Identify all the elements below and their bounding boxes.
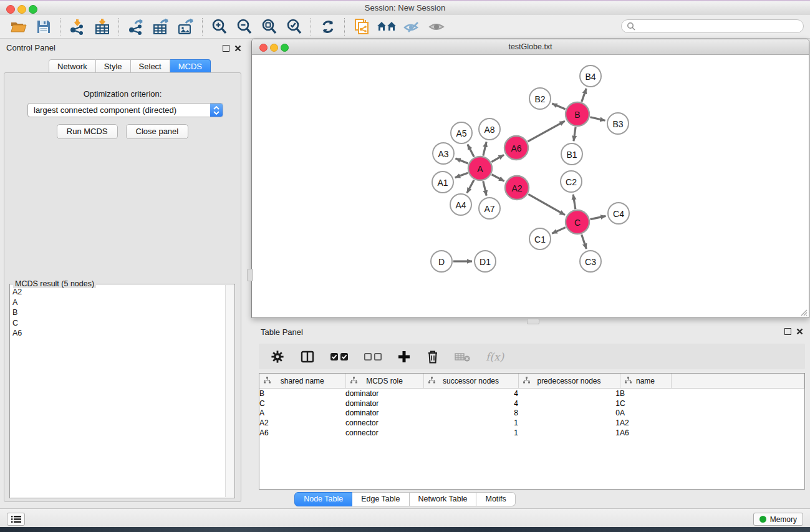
open-session-button[interactable] bbox=[6, 17, 31, 37]
graph-edge-B-B1[interactable] bbox=[574, 127, 576, 141]
float-panel-icon[interactable] bbox=[223, 45, 229, 52]
graph-edge-A-A2[interactable] bbox=[492, 175, 504, 181]
hide-selected-button[interactable] bbox=[399, 17, 424, 37]
tab-node-table[interactable]: Node Table bbox=[294, 492, 352, 506]
graph-edge-C-C3[interactable] bbox=[582, 235, 587, 249]
export-table-button[interactable] bbox=[148, 17, 173, 37]
vertical-splitter-handle[interactable] bbox=[247, 269, 253, 281]
horizontal-splitter-handle[interactable] bbox=[527, 319, 539, 324]
cell-predecessor-nodes[interactable]: 1 bbox=[518, 428, 620, 438]
memory-button[interactable]: Memory bbox=[753, 513, 803, 526]
close-panel-icon[interactable] bbox=[234, 45, 241, 52]
cell-name[interactable]: B bbox=[620, 389, 671, 399]
graph-edge-B-B3[interactable] bbox=[590, 117, 605, 121]
function-builder-button[interactable]: f(x) bbox=[486, 347, 504, 366]
criterion-dropdown[interactable]: largest connected component (directed) bbox=[27, 103, 223, 117]
add-column-button[interactable] bbox=[397, 347, 411, 366]
graph-node-B3[interactable]: B3 bbox=[607, 113, 629, 134]
graph-edge-A6-B[interactable] bbox=[528, 121, 564, 142]
column-header-predecessor-nodes[interactable]: predecessor nodes bbox=[518, 374, 620, 389]
graph-edge-A-A5[interactable] bbox=[468, 145, 474, 157]
graph-node-C4[interactable]: C4 bbox=[608, 203, 629, 224]
tab-edge-table[interactable]: Edge Table bbox=[352, 492, 409, 506]
result-item-b[interactable]: B bbox=[12, 307, 224, 318]
close-panel-button[interactable]: Close panel bbox=[126, 124, 189, 139]
cell-shared-name[interactable]: B bbox=[259, 389, 345, 399]
graph-node-A1[interactable]: A1 bbox=[432, 172, 453, 193]
graph-node-A6[interactable]: A6 bbox=[504, 136, 528, 160]
network-canvas[interactable]: AA1A2A3A4A5A6A7A8BB1B2B3B4CC1C2C3C4DD1 bbox=[253, 55, 808, 317]
graph-node-A4[interactable]: A4 bbox=[450, 194, 471, 215]
zoom-out-button[interactable] bbox=[232, 17, 257, 37]
graph-node-C1[interactable]: C1 bbox=[529, 228, 551, 249]
graph-node-C3[interactable]: C3 bbox=[580, 251, 601, 272]
run-mcds-button[interactable]: Run MCDS bbox=[57, 124, 118, 139]
cell-successor-nodes[interactable]: 4 bbox=[423, 399, 518, 409]
table-options-button[interactable] bbox=[270, 347, 285, 366]
graph-node-D1[interactable]: D1 bbox=[475, 251, 496, 272]
column-view-button[interactable] bbox=[300, 347, 315, 366]
cell-shared-name[interactable]: A6 bbox=[259, 428, 345, 438]
import-table-button[interactable] bbox=[90, 17, 115, 37]
graph-node-A8[interactable]: A8 bbox=[479, 118, 500, 140]
graph-edge-A-A6[interactable] bbox=[491, 155, 504, 162]
cell-shared-name[interactable]: C bbox=[259, 399, 345, 409]
result-item-a2[interactable]: A2 bbox=[12, 287, 224, 297]
cell-shared-name[interactable]: A2 bbox=[259, 418, 345, 428]
graph-node-B2[interactable]: B2 bbox=[529, 88, 551, 109]
save-session-button[interactable] bbox=[31, 17, 56, 37]
cell-predecessor-nodes[interactable]: 1 bbox=[518, 389, 620, 399]
cell-name[interactable]: C bbox=[620, 399, 671, 409]
task-history-button[interactable] bbox=[7, 513, 25, 526]
graph-node-B1[interactable]: B1 bbox=[561, 143, 582, 165]
cell-shared-name[interactable]: A bbox=[259, 408, 345, 418]
graph-edge-A-A4[interactable] bbox=[467, 180, 474, 193]
export-image-button[interactable] bbox=[173, 17, 198, 37]
graph-node-C[interactable]: C bbox=[566, 210, 589, 234]
graph-edge-A-A7[interactable] bbox=[483, 181, 486, 195]
network-window-titlebar[interactable]: testGlobe.txt bbox=[252, 39, 809, 55]
cell-successor-nodes[interactable]: 8 bbox=[423, 408, 518, 418]
graph-edge-B-B4[interactable] bbox=[582, 89, 586, 102]
select-all-columns-button[interactable] bbox=[330, 347, 349, 366]
graph-node-B[interactable]: B bbox=[566, 102, 589, 126]
cell-predecessor-nodes[interactable]: 0 bbox=[518, 408, 620, 418]
cell-successor-nodes[interactable]: 1 bbox=[423, 418, 518, 428]
graph-edge-C-C4[interactable] bbox=[591, 216, 606, 219]
cell-mcds-role[interactable]: connector bbox=[345, 418, 423, 428]
first-neighbors-button[interactable] bbox=[374, 17, 399, 37]
column-header-name[interactable]: name bbox=[620, 374, 671, 389]
table-row-c[interactable]: Cdominator41C bbox=[259, 399, 804, 409]
new-network-from-selection-button[interactable] bbox=[349, 17, 374, 37]
column-header-shared-name[interactable]: shared name bbox=[259, 374, 345, 389]
graph-node-B4[interactable]: B4 bbox=[580, 65, 601, 87]
graph-node-D[interactable]: D bbox=[431, 251, 452, 272]
table-row-b[interactable]: Bdominator41B bbox=[259, 389, 804, 399]
graph-edge-C-C2[interactable] bbox=[573, 195, 576, 209]
delete-table-button[interactable] bbox=[455, 347, 471, 366]
close-table-panel-icon[interactable] bbox=[796, 328, 803, 335]
zoom-in-button[interactable] bbox=[207, 17, 232, 37]
tab-network-table[interactable]: Network Table bbox=[410, 492, 477, 506]
column-header-successor-nodes[interactable]: successor nodes bbox=[423, 374, 518, 389]
show-all-button[interactable] bbox=[424, 17, 449, 37]
search-field[interactable] bbox=[621, 19, 804, 33]
node-table[interactable]: shared nameMCDS rolesuccessor nodesprede… bbox=[259, 373, 805, 490]
cell-mcds-role[interactable]: connector bbox=[345, 428, 423, 438]
cell-name[interactable]: A bbox=[620, 408, 671, 418]
graph-node-C2[interactable]: C2 bbox=[561, 171, 582, 192]
cell-predecessor-nodes[interactable]: 1 bbox=[518, 418, 620, 428]
table-row-a6[interactable]: A6connector11A6 bbox=[259, 428, 804, 438]
table-row-a2[interactable]: A2connector11A2 bbox=[259, 418, 804, 428]
graph-node-A5[interactable]: A5 bbox=[451, 122, 472, 143]
result-item-a[interactable]: A bbox=[12, 297, 224, 308]
graph-node-A2[interactable]: A2 bbox=[505, 176, 529, 200]
window-resize-grip[interactable] bbox=[799, 307, 808, 316]
graph-node-A[interactable]: A bbox=[468, 157, 492, 180]
import-network-button[interactable] bbox=[65, 17, 90, 37]
graph-edge-A-A3[interactable] bbox=[455, 158, 468, 163]
graph-edge-A-A1[interactable] bbox=[455, 173, 468, 178]
graph-edge-B-B2[interactable] bbox=[552, 104, 565, 109]
float-table-panel-icon[interactable] bbox=[784, 328, 791, 335]
graph-edge-A2-C[interactable] bbox=[528, 194, 565, 215]
